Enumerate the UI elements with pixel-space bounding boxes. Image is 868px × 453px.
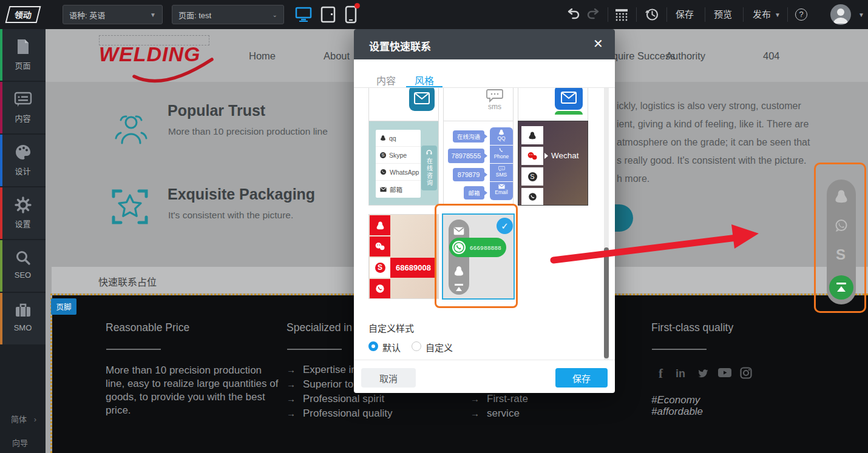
language-dropdown[interactable]: 语种: 英语 ▼ bbox=[63, 5, 163, 24]
arrow-icon: → bbox=[287, 379, 296, 389]
footer-list-item[interactable]: →Expertise in bbox=[287, 364, 357, 376]
wizard-link[interactable]: 向导 bbox=[12, 437, 28, 448]
envelope-tile bbox=[409, 88, 435, 111]
tile-qq: QQ bbox=[490, 127, 513, 146]
footer-list-label: Professional quality bbox=[303, 408, 392, 419]
footer-list-item[interactable]: →First-rate bbox=[470, 393, 528, 405]
sidebar-item-smo[interactable]: SMO bbox=[0, 293, 46, 344]
tablet-view-icon[interactable] bbox=[320, 6, 336, 23]
save-button[interactable]: 保存 bbox=[676, 0, 694, 29]
sidebar-item-content[interactable]: 内容 bbox=[0, 82, 46, 133]
paragraph-line: s really good. It's consistent with the … bbox=[617, 152, 835, 170]
sidebar-item-label: 内容 bbox=[0, 112, 46, 124]
star-frame-icon bbox=[111, 187, 149, 227]
style-options-panel: sms qq SSkype WhatsApp 邮箱 在线咨询 在线沟通 7 bbox=[354, 88, 615, 360]
paragraph-line: h more. bbox=[617, 170, 835, 188]
skype-icon[interactable]: S bbox=[836, 246, 846, 263]
footer-divider bbox=[652, 349, 707, 350]
radio-default[interactable] bbox=[368, 341, 378, 351]
caret-down-icon[interactable]: ▼ bbox=[775, 12, 781, 18]
linkedin-icon[interactable]: in bbox=[676, 367, 685, 380]
contact-tile-column: QQ Phone SMS Email bbox=[490, 127, 513, 200]
section-title: Popular Trust bbox=[168, 102, 265, 119]
style-thumbnail-bubbles[interactable]: 在线沟通 78978555 879879 邮箱 QQ Phone SMS Ema… bbox=[443, 121, 514, 206]
arrow-icon: → bbox=[470, 394, 480, 404]
footer-col1-text: More than 10 precision production line, … bbox=[106, 364, 283, 417]
panel-scrollbar-thumb[interactable] bbox=[604, 247, 609, 358]
history-icon[interactable] bbox=[645, 7, 659, 22]
sms-label: sms bbox=[486, 102, 503, 111]
tab-content[interactable]: 内容 bbox=[376, 73, 396, 87]
footer-list-item[interactable]: →Professional quality bbox=[287, 408, 392, 420]
sidebar-item-pages[interactable]: 页面 bbox=[0, 29, 46, 81]
qq-icon[interactable] bbox=[834, 188, 849, 205]
nav-404[interactable]: 404 bbox=[763, 50, 780, 62]
style-thumbnail-red[interactable]: S 68689008 bbox=[368, 214, 439, 299]
sidebar-item-settings[interactable]: 设置 bbox=[0, 187, 46, 239]
facebook-icon[interactable]: f bbox=[659, 366, 663, 381]
nav-authority[interactable]: Authority bbox=[666, 50, 705, 62]
selected-check-badge: ✓ bbox=[497, 218, 513, 234]
instagram-icon[interactable] bbox=[740, 367, 752, 379]
whatsapp-icon[interactable] bbox=[834, 218, 849, 233]
sidebar-item-seo[interactable]: SEO bbox=[0, 240, 46, 292]
footer-list-item[interactable]: →service bbox=[470, 408, 520, 420]
help-icon[interactable]: ? bbox=[795, 8, 807, 21]
quick-contact-widget: S bbox=[827, 180, 856, 304]
desktop-view-icon[interactable] bbox=[295, 7, 312, 22]
section-subtitle: It's consistent with the picture. bbox=[168, 210, 293, 221]
footer-list-item[interactable]: →Superior to bbox=[287, 378, 353, 391]
footer-section-badge[interactable]: 页脚 bbox=[51, 298, 76, 315]
cancel-button[interactable]: 取消 bbox=[361, 368, 416, 388]
language-dropdown-value: 语种: 英语 bbox=[69, 9, 105, 21]
radio-default-label[interactable]: 默认 bbox=[382, 341, 401, 354]
chevron-down-icon: ⌄ bbox=[273, 12, 277, 18]
nav-about[interactable]: About bbox=[324, 50, 350, 62]
page-dropdown[interactable]: 页面: test ⌄ bbox=[172, 5, 284, 24]
sidebar-item-label: SMO bbox=[0, 323, 46, 332]
style-thumbnail-dark[interactable]: Wechat S bbox=[518, 121, 588, 206]
caret-down-icon[interactable]: ▼ bbox=[858, 12, 864, 18]
site-paragraph: ickly, logistics is also very strong, cu… bbox=[617, 97, 835, 188]
collapse-button[interactable] bbox=[829, 275, 853, 300]
close-icon[interactable]: ✕ bbox=[593, 36, 603, 51]
twitter-icon[interactable] bbox=[696, 367, 710, 380]
footer-col1-heading: Reasonable Price bbox=[106, 321, 189, 334]
modal-footer: 取消 保存 bbox=[354, 360, 615, 393]
publish-button[interactable]: 发布 bbox=[753, 0, 771, 29]
quick-contact-settings-modal: 设置快速联系 ✕ 内容 风格 sms qq bbox=[354, 29, 615, 393]
content-icon bbox=[0, 90, 46, 109]
radio-custom[interactable] bbox=[412, 341, 421, 351]
style-thumbnail-selected[interactable]: 666988888 ✓ bbox=[442, 213, 515, 300]
paragraph-line: ickly, logistics is also very strong, cu… bbox=[617, 97, 835, 115]
undo-icon[interactable] bbox=[567, 8, 580, 20]
style-thumbnail-teal-list[interactable]: qq SSkype WhatsApp 邮箱 在线咨询 bbox=[368, 121, 439, 206]
youtube-icon[interactable] bbox=[718, 368, 731, 378]
avatar[interactable] bbox=[830, 4, 851, 25]
preview-button[interactable]: 预览 bbox=[714, 0, 732, 29]
contact-row: WhatsApp bbox=[376, 164, 421, 181]
redo-icon[interactable] bbox=[586, 8, 600, 20]
left-sidebar: 页面 内容 设计 设置 SEO SMO 简体 › 向导 bbox=[0, 29, 46, 453]
sidebar-item-design[interactable]: 设计 bbox=[0, 135, 46, 186]
online-consult-label: 在线咨询 bbox=[425, 158, 434, 187]
save-button[interactable]: 保存 bbox=[555, 368, 608, 388]
app-logo[interactable]: 领动 bbox=[5, 6, 41, 23]
tile-email: Email bbox=[490, 182, 513, 199]
paragraph-line: ient, giving a kind of feeling, like it.… bbox=[617, 115, 835, 133]
radio-custom-label[interactable]: 自定义 bbox=[426, 341, 453, 354]
nav-home[interactable]: Home bbox=[249, 50, 276, 62]
chevron-right-icon: › bbox=[34, 415, 36, 424]
footer-list-item[interactable]: →Professional spirit bbox=[287, 393, 384, 405]
footer-col2-heading: Specialized in bbox=[287, 321, 352, 334]
tab-style[interactable]: 风格 bbox=[415, 73, 434, 87]
toolbar-divider bbox=[636, 7, 637, 22]
simplified-chinese-switch[interactable]: 简体 › bbox=[11, 413, 36, 424]
bubble-label: 邮箱 bbox=[464, 186, 484, 200]
people-icon bbox=[114, 112, 149, 149]
green-tile-sliver bbox=[555, 111, 583, 115]
mobile-view-icon[interactable] bbox=[345, 5, 357, 24]
arrow-icon: → bbox=[287, 408, 296, 418]
grid-layout-icon[interactable] bbox=[614, 8, 629, 21]
page-dropdown-value: 页面: test bbox=[178, 9, 211, 21]
